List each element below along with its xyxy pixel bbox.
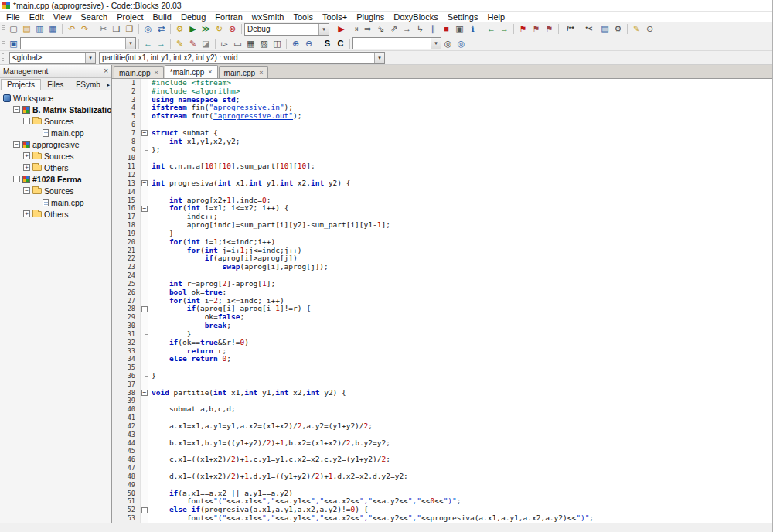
undo-button[interactable]: ↶ [65, 23, 78, 36]
tree-item-main-cpp[interactable]: main.cpp [0, 127, 111, 138]
menu-tools-plus[interactable]: Tools+ [318, 12, 352, 22]
tree-item-main-cpp[interactable]: main.cpp [0, 196, 111, 208]
menu-edit[interactable]: Edit [25, 12, 49, 22]
doxy-block-comment-button[interactable]: /** [561, 23, 580, 36]
class-combobox[interactable]: ▾ [20, 37, 136, 49]
break-debugger-button[interactable]: ∥ [427, 23, 440, 36]
fold-collapse-icon[interactable]: − [141, 306, 148, 312]
tab-projects[interactable]: Projects [1, 79, 41, 90]
tab-fsymb[interactable]: FSymb [70, 79, 107, 90]
tree-item-others[interactable]: +Others [0, 208, 111, 220]
function-combobox[interactable]: partitie(int x1, int y1, int x2, int y2)… [99, 52, 385, 64]
menu-settings[interactable]: Settings [443, 12, 483, 22]
run-button[interactable]: ▶ [186, 23, 199, 36]
zoom-in-button[interactable]: ⊕ [289, 37, 302, 49]
tree-item-sources[interactable]: −Sources [0, 185, 111, 196]
marker-pencil-button[interactable]: ✎ [186, 37, 199, 49]
expander-minus-icon[interactable]: − [23, 118, 30, 124]
cut-button[interactable]: ✂ [97, 23, 110, 36]
rebuild-button[interactable]: ↻ [213, 23, 226, 36]
layout-fill-button[interactable]: ▨ [257, 37, 271, 49]
menu-wxsmith[interactable]: wxSmith [247, 12, 289, 22]
redo-button[interactable]: ↷ [78, 23, 91, 36]
layout-split-button[interactable]: ◫ [271, 37, 284, 49]
tree-item--1028-ferma[interactable]: −#1028 Ferma [0, 173, 111, 185]
expander-plus-icon[interactable]: + [23, 152, 30, 159]
build-target-combobox[interactable]: Debug▾ [244, 23, 329, 36]
expander-minus-icon[interactable]: − [13, 106, 20, 113]
step-into-button[interactable]: ⇘ [374, 23, 387, 36]
build-and-run-button[interactable]: ≫ [199, 23, 213, 36]
menu-file[interactable]: File [2, 12, 25, 22]
abort-build-button[interactable]: ⊗ [226, 23, 239, 36]
debug-info-button[interactable]: ℹ [466, 23, 479, 36]
jump-forward-button[interactable]: → [498, 23, 511, 36]
close-tab-icon[interactable]: × [208, 69, 212, 76]
copy-button[interactable]: ❏ [110, 23, 123, 36]
close-tab-icon[interactable]: × [155, 70, 158, 77]
fold-collapse-icon[interactable]: − [141, 390, 148, 396]
code-statistics-button[interactable]: C [334, 37, 347, 49]
plugin-options-button[interactable]: ⊙ [643, 23, 656, 36]
save-all-button[interactable]: ▦ [46, 23, 60, 36]
close-tab-icon[interactable]: × [259, 70, 263, 77]
fold-collapse-icon[interactable]: − [141, 130, 148, 136]
close-icon[interactable]: × [104, 67, 108, 75]
toggle-bookmark-button[interactable]: ⚑ [516, 23, 530, 36]
next-line-button[interactable]: ⇒ [361, 23, 374, 36]
menu-help[interactable]: Help [482, 12, 509, 22]
editor-tab[interactable]: main.cpp× [114, 66, 164, 78]
jump-back-button[interactable]: ← [485, 23, 498, 36]
open-file-button[interactable]: ▤ [20, 23, 33, 36]
chevron-down-icon[interactable]: ▾ [318, 24, 329, 35]
doxy-extract-docs-button[interactable]: ▤ [598, 23, 611, 36]
expander-minus-icon[interactable]: − [23, 187, 30, 194]
wxsmith-pointer-button[interactable]: ▣ [7, 37, 20, 49]
menu-build[interactable]: Build [148, 12, 175, 22]
nav-forward-button[interactable]: → [155, 37, 168, 49]
menu-project[interactable]: Project [112, 12, 148, 22]
menu-search[interactable]: Search [76, 12, 112, 22]
expander-minus-icon[interactable]: − [13, 176, 20, 182]
next-bookmark-button[interactable]: ⚑ [543, 23, 556, 36]
save-button[interactable]: ▥ [33, 23, 46, 36]
layout-box-button[interactable]: ▭ [231, 37, 244, 49]
debug-continue-button[interactable]: ▶ [335, 23, 348, 36]
menu-view[interactable]: View [49, 12, 77, 22]
fold-collapse-icon[interactable]: − [141, 507, 148, 513]
tree-item-approgresive[interactable]: −approgresive [0, 138, 111, 150]
highlight-pencil-button[interactable]: ✎ [173, 37, 186, 49]
tab-files[interactable]: Files [41, 79, 70, 90]
editor-tab[interactable]: *main.cpp× [165, 65, 218, 78]
build-button[interactable]: ⚙ [173, 23, 186, 36]
menu-debug[interactable]: Debug [176, 12, 210, 22]
tree-item-workspace[interactable]: Workspace [0, 92, 111, 104]
chevron-down-icon[interactable]: ▾ [431, 38, 441, 49]
menu-doxyblocks[interactable]: DoxyBlocks [389, 12, 442, 22]
menu-tools[interactable]: Tools [288, 12, 318, 22]
paste-button[interactable]: ❐ [123, 23, 136, 36]
expander-plus-icon[interactable]: + [23, 210, 30, 217]
zoom-out-button[interactable]: ⊖ [302, 37, 315, 49]
replace-button[interactable]: ⇄ [155, 23, 168, 36]
debugging-windows-button[interactable]: ▣ [453, 23, 466, 36]
expander-plus-icon[interactable]: + [23, 164, 30, 171]
find-button[interactable]: ◎ [141, 23, 155, 36]
editor-tab[interactable]: main.cpp× [219, 66, 269, 78]
code-editor[interactable]: 1#include <fstream>2#include <algorithm>… [112, 79, 772, 523]
run-to-cursor-button[interactable]: ⇥ [348, 23, 361, 36]
menu-plugins[interactable]: Plugins [352, 12, 389, 22]
symbols-browser-button[interactable]: S [321, 37, 334, 49]
nav-back-button[interactable]: ← [141, 37, 155, 49]
incremental-search-button[interactable]: ◎ [441, 37, 455, 49]
clear-highlight-button[interactable]: ◪ [199, 37, 213, 49]
tree-item-sources[interactable]: +Sources [0, 150, 111, 162]
search-options-button[interactable]: ◎ [455, 37, 468, 49]
chevron-down-icon[interactable]: ▾ [85, 53, 95, 63]
tab-scroll-right-icon[interactable]: ▸ [107, 82, 111, 90]
scope-combobox[interactable]: <global> ▾ [9, 52, 96, 64]
incremental-search-combobox[interactable]: ▾ [352, 37, 441, 49]
step-into-instruction-button[interactable]: ↳ [414, 23, 427, 36]
step-out-button[interactable]: ⇗ [387, 23, 400, 36]
layout-grid-button[interactable]: ▦ [244, 37, 257, 49]
